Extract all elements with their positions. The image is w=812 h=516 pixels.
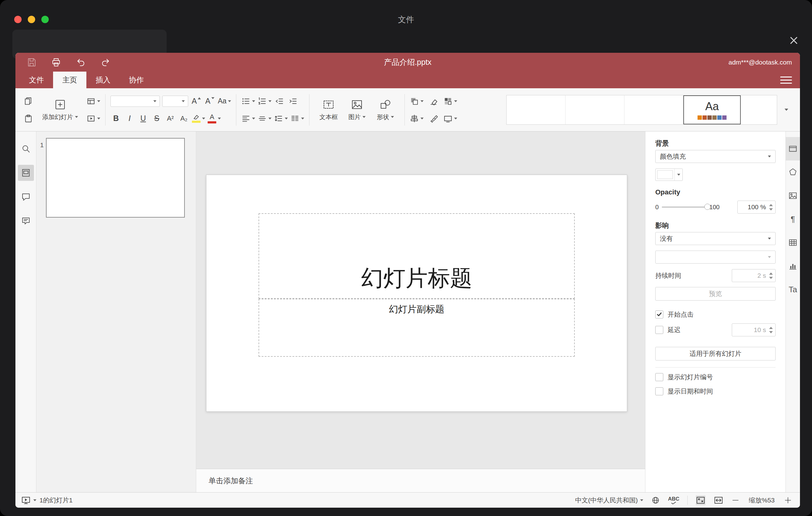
color-picker-arrow[interactable]	[674, 169, 683, 180]
font-color-bar	[208, 121, 216, 123]
insert-textbox-button[interactable]: 文本框	[314, 98, 343, 121]
theme-preview-text: Aa	[705, 100, 719, 113]
save-button[interactable]	[26, 57, 37, 68]
insert-shape-button[interactable]: 形状	[371, 98, 400, 121]
highlight-color-button[interactable]	[192, 113, 205, 124]
slide-surface[interactable]: 幻灯片标题 幻灯片副标题	[206, 175, 627, 412]
apply-to-all-slides-button[interactable]: 适用于所有幻灯片	[655, 347, 776, 361]
start-on-click-checkbox[interactable]	[655, 311, 663, 318]
slide-settings-tab[interactable]	[786, 137, 800, 161]
print-button[interactable]	[51, 57, 62, 68]
increase-font-button[interactable]: A	[191, 95, 202, 107]
start-slideshow-status-button[interactable]	[21, 495, 36, 505]
delay-spinner[interactable]: 10 s	[732, 323, 776, 336]
numbered-list-button[interactable]	[258, 95, 271, 107]
add-slide-button[interactable]: 添加幻灯片	[34, 98, 86, 121]
search-button[interactable]	[18, 141, 34, 157]
theme-thumbnail-selected[interactable]: Aa	[683, 95, 741, 124]
paragraph-settings-tab[interactable]: ¶	[786, 207, 800, 231]
theme-thumbnail[interactable]	[566, 95, 625, 124]
align-shapes-button[interactable]	[410, 113, 424, 124]
increase-indent-button[interactable]	[288, 95, 299, 107]
transition-effect-select[interactable]: 没有	[655, 232, 776, 245]
copy-button[interactable]	[23, 95, 34, 107]
columns-button[interactable]	[290, 113, 304, 124]
delay-checkbox[interactable]	[655, 326, 663, 334]
show-date-checkbox[interactable]	[655, 387, 663, 395]
decrease-font-button[interactable]: A	[204, 95, 215, 107]
window-title: 文件	[0, 14, 812, 25]
fit-to-width-button[interactable]	[714, 495, 723, 505]
undo-button[interactable]	[75, 57, 86, 68]
arrange-shapes-button[interactable]	[410, 95, 424, 107]
opacity-spinner[interactable]: 100 %	[737, 201, 776, 213]
menu-icon[interactable]	[780, 75, 792, 85]
zoom-in-button[interactable]	[784, 496, 792, 504]
opacity-slider[interactable]	[662, 206, 707, 208]
horizontal-align-button[interactable]	[241, 113, 255, 124]
show-slide-number-checkbox[interactable]	[655, 373, 663, 381]
title-placeholder[interactable]: 幻灯片标题	[259, 213, 575, 299]
font-size-combobox[interactable]	[162, 96, 188, 107]
table-settings-tab[interactable]	[786, 231, 800, 254]
document-language-button[interactable]	[651, 496, 660, 505]
subtitle-placeholder[interactable]: 幻灯片副标题	[259, 299, 575, 357]
strikethrough-button[interactable]: S	[151, 113, 162, 124]
paste-button[interactable]	[23, 113, 34, 124]
tab-file[interactable]: 文件	[20, 71, 53, 88]
slide-settings-icon	[788, 144, 798, 153]
chart-settings-tab[interactable]	[786, 254, 800, 278]
zoom-out-button[interactable]	[731, 496, 740, 504]
slides-panel-button[interactable]	[18, 165, 34, 181]
start-slideshow-button[interactable]	[86, 113, 100, 124]
chat-button[interactable]	[18, 213, 34, 229]
theme-thumbnail[interactable]	[506, 95, 566, 124]
comments-button[interactable]	[18, 189, 34, 205]
subscript-button[interactable]: A₂	[178, 113, 190, 124]
vertical-align-button[interactable]	[258, 113, 271, 124]
theme-thumbnail[interactable]	[625, 95, 683, 124]
slide-thumbnail-1[interactable]	[46, 138, 185, 218]
tab-insert[interactable]: 插入	[86, 71, 120, 88]
tab-home[interactable]: 主页	[53, 71, 86, 88]
bullet-list-button[interactable]	[241, 95, 255, 107]
color-scheme-button[interactable]	[443, 95, 457, 107]
superscript-button[interactable]: A²	[165, 113, 176, 124]
spinner-arrows[interactable]	[768, 273, 775, 279]
tab-collaboration[interactable]: 协作	[120, 71, 153, 88]
fill-type-select[interactable]: 颜色填充	[655, 150, 776, 163]
font-name-combobox[interactable]	[111, 96, 160, 107]
spinner-arrows[interactable]	[768, 327, 775, 333]
shape-settings-tab[interactable]	[786, 161, 800, 184]
image-settings-tab[interactable]	[786, 184, 800, 207]
fit-to-slide-button[interactable]	[696, 495, 705, 505]
slide-size-button[interactable]	[443, 113, 457, 124]
textart-settings-tab[interactable]: Ta	[786, 278, 800, 301]
decrease-indent-button[interactable]	[274, 95, 285, 107]
slider-knob[interactable]	[704, 204, 710, 210]
underline-button[interactable]: U	[138, 113, 149, 124]
font-color-button[interactable]: A	[208, 113, 221, 124]
language-selector[interactable]: 中文(中华人民共和国)	[575, 496, 643, 505]
spellcheck-button[interactable]: ABC	[668, 496, 679, 504]
bold-button[interactable]: B	[111, 113, 121, 124]
italic-button[interactable]: I	[124, 113, 135, 124]
theme-color-swatch	[707, 115, 712, 120]
close-icon[interactable]	[786, 33, 802, 48]
spinner-arrows[interactable]	[768, 204, 775, 210]
notes-area[interactable]: 单击添加备注	[196, 469, 645, 492]
line-spacing-button[interactable]	[274, 113, 288, 124]
change-case-button[interactable]: Aa	[218, 95, 231, 107]
preview-button[interactable]: 预览	[655, 287, 776, 300]
transition-variant-select[interactable]	[655, 251, 776, 263]
duration-spinner[interactable]: 2 s	[732, 269, 776, 282]
transition-effect-value: 没有	[660, 234, 673, 243]
theme-thumbnail[interactable]	[741, 95, 777, 124]
background-color-picker[interactable]	[655, 169, 683, 181]
copy-style-button[interactable]	[428, 113, 439, 124]
redo-button[interactable]	[100, 57, 111, 68]
gallery-expand-button[interactable]	[780, 95, 793, 125]
clear-style-button[interactable]	[428, 95, 439, 107]
slide-layout-button[interactable]	[86, 95, 100, 107]
insert-image-button[interactable]: 图片	[343, 98, 371, 121]
